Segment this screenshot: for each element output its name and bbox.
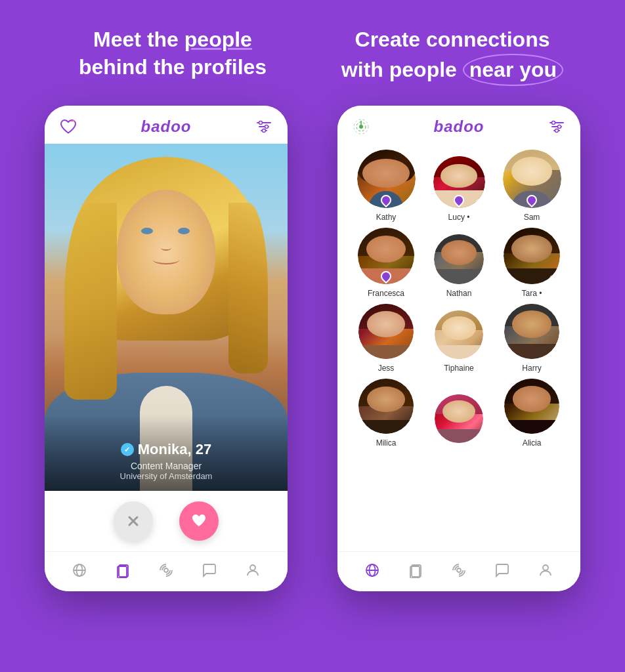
top-headlines: Meet the people behind the profiles Crea…	[0, 0, 625, 106]
svg-point-3	[259, 121, 263, 125]
person-name-lucy: Lucy •	[448, 213, 470, 222]
people-list: Kathy Lucy •	[337, 144, 580, 551]
nav-radio-icon[interactable]	[156, 560, 177, 581]
left-phone-header: badoo	[45, 106, 288, 144]
person-kathy[interactable]: Kathy	[355, 148, 418, 222]
right-filter-icon[interactable]	[546, 116, 567, 137]
person-tiphaine[interactable]: Tiphaine	[433, 308, 485, 373]
profile-info-overlay: ✓ Monika, 27 Content Manager University …	[45, 415, 288, 491]
radar-icon[interactable]	[351, 116, 372, 137]
svg-point-30	[543, 565, 548, 570]
nav-radio-icon-right[interactable]	[448, 560, 469, 581]
avatar-lucy	[431, 154, 487, 210]
headline-text-left: Meet the people behind the profiles	[79, 28, 267, 79]
person-name-kathy: Kathy	[376, 213, 397, 222]
headline-highlight-people: people	[184, 28, 252, 51]
svg-point-22	[558, 125, 561, 129]
avatar-center-bottom	[433, 392, 485, 445]
avatar-jess	[356, 302, 416, 361]
svg-point-4	[265, 125, 269, 129]
person-center-bottom[interactable]	[433, 392, 485, 448]
avatar-kathy	[355, 148, 418, 210]
nav-globe-icon[interactable]	[69, 560, 90, 581]
headline-text-right: Create connections with people near you	[341, 28, 563, 81]
nav-globe-icon-right[interactable]	[362, 560, 383, 581]
right-phone: badoo	[337, 106, 580, 591]
right-phone-logo: badoo	[434, 117, 485, 136]
left-phone-logo: badoo	[141, 117, 192, 136]
nav-cards-icon[interactable]	[112, 560, 133, 581]
verified-badge: ✓	[121, 443, 134, 456]
avatar-sam	[501, 148, 563, 210]
person-tara[interactable]: Tara •	[502, 226, 562, 298]
person-name-milica: Milica	[376, 438, 397, 448]
right-headline: Create connections with people near you	[341, 26, 564, 86]
profile-photo: ✓ Monika, 27 Content Manager University …	[45, 144, 288, 491]
right-phone-nav	[337, 551, 580, 591]
avatar-francesca	[356, 226, 416, 286]
person-milica[interactable]: Milica	[356, 377, 416, 448]
person-jess[interactable]: Jess	[356, 302, 416, 373]
person-name-nathan: Nathan	[446, 289, 472, 298]
avatar-alicia	[502, 377, 561, 436]
reject-button[interactable]	[114, 501, 153, 541]
profile-job: Content Manager	[58, 461, 274, 471]
filter-icon[interactable]	[253, 116, 274, 137]
person-name-harry: Harry	[522, 364, 541, 373]
profile-edu: University of Amsterdam	[58, 471, 274, 481]
people-row-3: Jess Tiphaine	[348, 302, 570, 373]
nav-cards-icon-right[interactable]	[405, 560, 426, 581]
person-name-tiphaine: Tiphaine	[444, 364, 474, 373]
left-phone-nav	[45, 551, 288, 591]
action-buttons	[45, 491, 288, 551]
heart-icon[interactable]	[58, 116, 79, 137]
nav-person-icon-right[interactable]	[535, 560, 556, 581]
headline-highlight-near-you: near you	[463, 54, 563, 87]
people-row-1: Kathy Lucy •	[348, 148, 570, 222]
svg-point-21	[552, 121, 555, 125]
avatar-harry	[502, 302, 561, 361]
nav-person-icon[interactable]	[242, 560, 263, 581]
person-nathan[interactable]: Nathan	[432, 232, 486, 298]
person-name-sam: Sam	[524, 213, 540, 222]
profile-name: ✓ Monika, 27	[58, 441, 274, 458]
avatar-nathan	[432, 232, 486, 286]
nav-chat-icon[interactable]	[199, 560, 220, 581]
svg-point-5	[263, 129, 266, 133]
people-row-4: Milica	[348, 377, 570, 448]
left-phone: badoo	[45, 106, 288, 591]
svg-point-14	[250, 565, 255, 570]
person-sam[interactable]: Sam	[501, 148, 563, 222]
phones-container: badoo	[0, 106, 625, 672]
profile-card: ✓ Monika, 27 Content Manager University …	[45, 144, 288, 491]
avatar-tiphaine	[433, 308, 485, 361]
person-francesca[interactable]: Francesca	[356, 226, 416, 298]
nav-chat-icon-right[interactable]	[492, 560, 513, 581]
avatar-tara	[502, 226, 562, 286]
person-name-alicia: Alicia	[523, 438, 542, 448]
person-harry[interactable]: Harry	[502, 302, 561, 373]
avatar-milica	[356, 377, 416, 436]
people-row-2: Francesca Nathan	[348, 226, 570, 298]
person-name-tara: Tara •	[522, 289, 542, 298]
like-button[interactable]	[179, 501, 219, 541]
person-name-jess: Jess	[378, 364, 395, 373]
right-phone-header: badoo	[337, 106, 580, 144]
svg-point-13	[164, 568, 168, 572]
person-lucy[interactable]: Lucy •	[431, 154, 487, 222]
person-name-francesca: Francesca	[368, 289, 404, 298]
person-alicia[interactable]: Alicia	[502, 377, 561, 448]
svg-point-29	[457, 568, 461, 572]
left-headline: Meet the people behind the profiles	[61, 26, 284, 81]
svg-point-23	[555, 129, 559, 133]
